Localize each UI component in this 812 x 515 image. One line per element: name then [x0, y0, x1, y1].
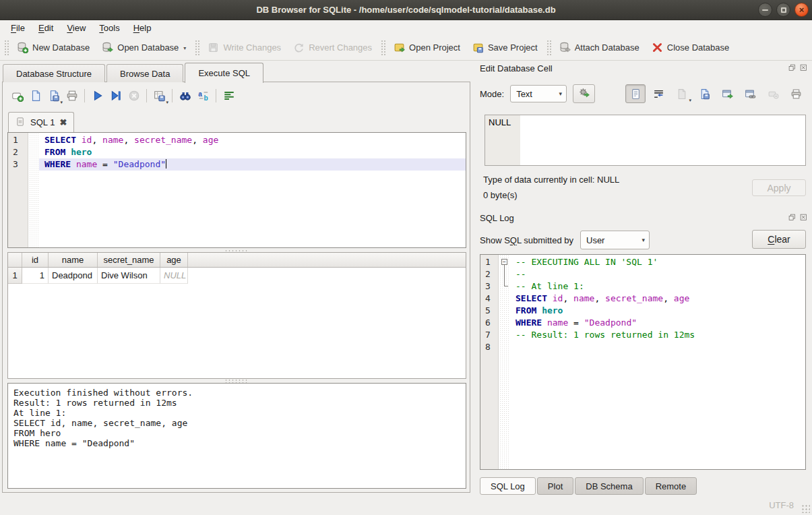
column-header-secret_name[interactable]: secret_name [98, 253, 160, 267]
open-sql-icon [30, 90, 42, 102]
new-tab-button[interactable] [8, 87, 26, 105]
execute-line-button[interactable] [106, 87, 125, 105]
toolbar-grip[interactable] [3, 39, 9, 57]
print-button[interactable] [63, 87, 81, 105]
dock-tab-plot[interactable]: Plot [537, 477, 573, 495]
find-button[interactable] [176, 87, 194, 105]
save-sql-button[interactable]: ▾ [44, 87, 63, 105]
dock-tab-remote[interactable]: Remote [645, 477, 697, 495]
export-file-button[interactable] [694, 84, 714, 103]
table-cell[interactable]: NULL [160, 268, 188, 284]
float-dock-button[interactable] [788, 64, 797, 73]
menu-file[interactable]: File [4, 22, 32, 34]
code-line: SELECT id, name, secret_name, age [39, 134, 466, 146]
print-icon [66, 90, 78, 102]
log-filter-select[interactable]: User ▾ [580, 231, 650, 249]
tab-browse-data[interactable]: Browse Data [106, 64, 183, 82]
close-database-button[interactable]: Close Database [646, 38, 736, 57]
cell-editor-toolbar: ▾ [625, 84, 806, 103]
open-database-button[interactable]: Open Database▾ [96, 38, 192, 57]
float-icon [788, 64, 797, 72]
line-number: 6 [485, 317, 498, 329]
editor-fold-margin [29, 133, 39, 247]
column-header-name[interactable]: name [49, 253, 98, 267]
new-tab-icon [11, 90, 24, 102]
open-sql-button[interactable] [26, 87, 44, 105]
menu-edit[interactable]: Edit [32, 22, 60, 34]
menu-tools[interactable]: Tools [92, 22, 126, 34]
execute-all-button[interactable] [88, 87, 106, 105]
export-results-button[interactable]: ▾ [150, 87, 168, 105]
table-cell[interactable]: Dive Wilson [98, 268, 160, 284]
maximize-button[interactable] [776, 3, 790, 17]
fold-collapse-icon[interactable]: − [501, 259, 507, 265]
mode-select[interactable]: Text ▾ [510, 85, 567, 102]
menu-view[interactable]: View [60, 22, 92, 34]
sql-tab-close-icon[interactable]: ✖ [59, 118, 67, 127]
code-line: -- EXECUTING ALL IN 'SQL 1' [510, 256, 805, 268]
tab-execute-sql[interactable]: Execute SQL [185, 63, 263, 83]
stop-icon [128, 90, 140, 102]
copy-link-button[interactable] [740, 84, 760, 103]
cell-editor[interactable]: NULL [485, 115, 806, 166]
close-dock-button[interactable] [799, 64, 808, 73]
log-filter-label: Show SQL submitted by [480, 235, 573, 245]
close-window-button[interactable]: × [794, 3, 809, 17]
row-header[interactable]: 1 [8, 268, 22, 284]
dock-tab-sql-log[interactable]: SQL Log [480, 477, 536, 495]
apply-format-button[interactable] [573, 84, 595, 103]
titlebar[interactable]: DB Browser for SQLite - /home/user/code/… [0, 0, 812, 20]
line-number: 4 [485, 293, 498, 305]
save-project-button[interactable]: Save Project [466, 38, 544, 57]
svg-text:b: b [204, 94, 208, 102]
text-mode-icon [630, 88, 642, 100]
print-cell-button[interactable] [786, 84, 806, 103]
close-dock-button[interactable] [799, 214, 808, 222]
sql-editor[interactable]: 123 SELECT id, name, secret_name, ageFRO… [7, 132, 466, 248]
apply-format-icon [578, 87, 590, 98]
resize-grip-icon[interactable] [801, 504, 810, 513]
print-cell-icon [790, 88, 802, 100]
line-number: 8 [485, 341, 498, 353]
line-number: 1 [13, 134, 28, 146]
format-sql-button[interactable] [220, 87, 238, 105]
editor-content[interactable]: SELECT id, name, secret_name, ageFROM he… [39, 134, 466, 171]
stop-button[interactable] [125, 87, 143, 105]
chevron-down-icon: ▾ [183, 44, 186, 53]
replace-button[interactable]: ab [194, 87, 212, 105]
sql-file-tab[interactable]: SQL 1 ✖ [8, 112, 74, 132]
import-file-button[interactable]: ▾ [671, 84, 691, 103]
menu-help[interactable]: Help [127, 22, 158, 34]
maximize-icon [781, 7, 786, 13]
column-header-age[interactable]: age [160, 253, 188, 267]
float-dock-button[interactable] [788, 214, 797, 222]
apply-button[interactable]: Apply [752, 179, 806, 196]
minimize-button[interactable] [758, 3, 772, 17]
toolbar-grip[interactable] [380, 39, 385, 57]
log-controls: Show SQL submitted by User ▾ Clear [480, 230, 806, 250]
attach-database-button[interactable]: Attach Database [553, 38, 646, 57]
write-changes-button[interactable]: Write Changes [201, 38, 287, 57]
table-cell[interactable]: Deadpond [49, 268, 98, 284]
new-database-button[interactable]: New Database [11, 38, 96, 57]
code-line: WHERE name = "Deadpond" [510, 317, 805, 329]
sql-log[interactable]: 12345678 -- EXECUTING ALL IN 'SQL 1'----… [480, 254, 806, 470]
export-file-icon [699, 88, 710, 100]
open-project-button[interactable]: Open Project [387, 38, 466, 57]
dock-tab-db-schema[interactable]: DB Schema [575, 477, 643, 495]
tab-database-structure[interactable]: Database Structure [3, 64, 105, 82]
column-header-id[interactable]: id [22, 253, 49, 267]
text-mode-button[interactable] [625, 84, 646, 103]
open-external-button[interactable] [717, 84, 737, 103]
clear-button[interactable]: Clear [752, 230, 806, 249]
cell-dock-icons [788, 64, 808, 73]
close-window-icon: × [799, 5, 805, 14]
word-wrap-button[interactable] [648, 84, 668, 103]
execute-all-icon [92, 90, 104, 102]
revert-changes-button[interactable]: Revert Changes [287, 38, 378, 57]
toolbar-grip[interactable] [194, 39, 199, 57]
set-null-button[interactable] [763, 84, 783, 103]
toolbar-grip[interactable] [546, 39, 551, 57]
line-number: 3 [485, 280, 498, 293]
table-cell[interactable]: 1 [22, 268, 49, 284]
